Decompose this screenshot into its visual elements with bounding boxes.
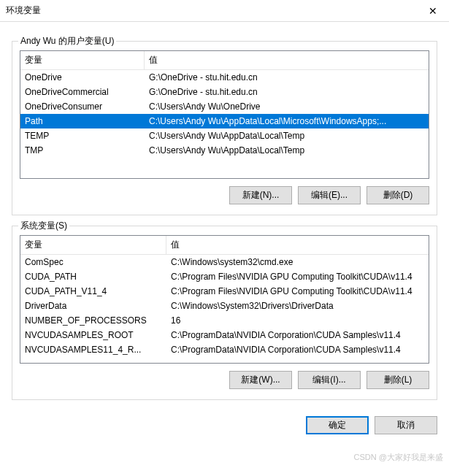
cell-var-value: C:\Program Files\NVIDIA GPU Computing To… [166,284,429,299]
cell-var-name: NUMBER_OF_PROCESSORS [20,313,166,328]
table-row[interactable]: NVCUDASAMPLES11_4_R...C:\ProgramData\NVI… [20,342,429,357]
cell-var-value: C:\ProgramData\NVIDIA Corporation\CUDA S… [166,342,429,357]
cell-var-name: CUDA_PATH_V11_4 [20,284,166,299]
column-header-name[interactable]: 变量 [20,51,145,69]
cell-var-value: 16 [166,313,429,328]
system-edit-button[interactable]: 编辑(I)... [298,371,361,389]
user-vars-buttons: 新建(N)... 编辑(E)... 删除(D) [20,179,429,207]
cell-var-value: G:\OneDrive - stu.hit.edu.cn [145,70,429,85]
close-icon: ✕ [429,5,437,17]
cell-var-name: OneDriveCommercial [20,85,145,99]
cell-var-name: CUDA_PATH [20,269,166,284]
cell-var-value: C:\Users\Andy Wu\AppData\Local\Temp [145,143,429,158]
cell-var-name: TMP [20,143,145,158]
user-edit-button[interactable]: 编辑(E)... [298,186,361,204]
dialog-content: Andy Wu 的用户变量(U) 变量 值 OneDriveG:\OneDriv… [0,22,449,400]
table-row[interactable]: TEMPC:\Users\Andy Wu\AppData\Local\Temp [20,128,429,143]
table-row[interactable]: OneDriveConsumerC:\Users\Andy Wu\OneDriv… [20,99,429,114]
system-new-button[interactable]: 新建(W)... [229,371,292,389]
system-vars-body: ComSpecC:\Windows\system32\cmd.exeCUDA_P… [20,255,429,357]
table-row[interactable]: PathC:\Users\Andy Wu\AppData\Local\Micro… [20,114,429,128]
cell-var-value: C:\Users\Andy Wu\OneDrive [145,99,429,114]
table-row[interactable]: NVCUDASAMPLES_ROOTC:\ProgramData\NVIDIA … [20,328,429,342]
cell-var-value: C:\ProgramData\NVIDIA Corporation\CUDA S… [166,328,429,342]
system-vars-buttons: 新建(W)... 编辑(I)... 删除(L) [20,364,429,392]
cell-var-name: NVCUDASAMPLES_ROOT [20,328,166,342]
cell-var-value: C:\Windows\system32\cmd.exe [166,255,429,269]
table-row[interactable]: CUDA_PATHC:\Program Files\NVIDIA GPU Com… [20,269,429,284]
column-header-value[interactable]: 值 [166,236,429,254]
table-row[interactable]: OneDriveG:\OneDrive - stu.hit.edu.cn [20,70,429,85]
cancel-button[interactable]: 取消 [375,416,437,434]
cell-var-name: ComSpec [20,255,166,269]
cell-var-value: C:\Users\Andy Wu\AppData\Local\Microsoft… [145,114,429,128]
system-vars-listview[interactable]: 变量 值 ComSpecC:\Windows\system32\cmd.exeC… [20,235,429,364]
cell-var-value: C:\Windows\System32\Drivers\DriverData [166,299,429,313]
column-header-name[interactable]: 变量 [20,236,166,254]
system-vars-group-label: 系统变量(S) [18,220,69,232]
close-button[interactable]: ✕ [416,0,449,22]
cell-var-name: NVCUDASAMPLES11_4_R... [20,342,166,357]
table-row[interactable]: OneDriveCommercialG:\OneDrive - stu.hit.… [20,85,429,99]
table-row[interactable]: TMPC:\Users\Andy Wu\AppData\Local\Temp [20,143,429,158]
table-row[interactable]: DriverDataC:\Windows\System32\Drivers\Dr… [20,299,429,313]
watermark-text: CSDN @大家好我是来盛 [354,452,443,463]
cell-var-name: TEMP [20,128,145,143]
cell-var-name: DriverData [20,299,166,313]
cell-var-value: C:\Program Files\NVIDIA GPU Computing To… [166,269,429,284]
user-vars-body: OneDriveG:\OneDrive - stu.hit.edu.cnOneD… [20,70,429,158]
titlebar: 环境变量 ✕ [0,0,449,22]
dialog-buttons: 确定 取消 [0,404,449,446]
cell-var-value: G:\OneDrive - stu.hit.edu.cn [145,85,429,99]
user-vars-group: Andy Wu 的用户变量(U) 变量 值 OneDriveG:\OneDriv… [12,41,437,215]
listview-header: 变量 值 [20,236,429,255]
user-vars-listview[interactable]: 变量 值 OneDriveG:\OneDrive - stu.hit.edu.c… [20,50,429,179]
ok-button[interactable]: 确定 [306,416,369,434]
user-delete-button[interactable]: 删除(D) [367,186,429,204]
cell-var-name: Path [20,114,145,128]
column-header-value[interactable]: 值 [145,51,429,69]
user-vars-group-label: Andy Wu 的用户变量(U) [18,35,116,47]
table-row[interactable]: ComSpecC:\Windows\system32\cmd.exe [20,255,429,269]
system-delete-button[interactable]: 删除(L) [367,371,429,389]
system-vars-group: 系统变量(S) 变量 值 ComSpecC:\Windows\system32\… [12,226,437,400]
table-row[interactable]: NUMBER_OF_PROCESSORS16 [20,313,429,328]
user-new-button[interactable]: 新建(N)... [229,186,292,204]
cell-var-value: C:\Users\Andy Wu\AppData\Local\Temp [145,128,429,143]
listview-header: 变量 值 [20,51,429,70]
window-title: 环境变量 [6,4,41,17]
cell-var-name: OneDriveConsumer [20,99,145,114]
cell-var-name: OneDrive [20,70,145,85]
table-row[interactable]: CUDA_PATH_V11_4C:\Program Files\NVIDIA G… [20,284,429,299]
